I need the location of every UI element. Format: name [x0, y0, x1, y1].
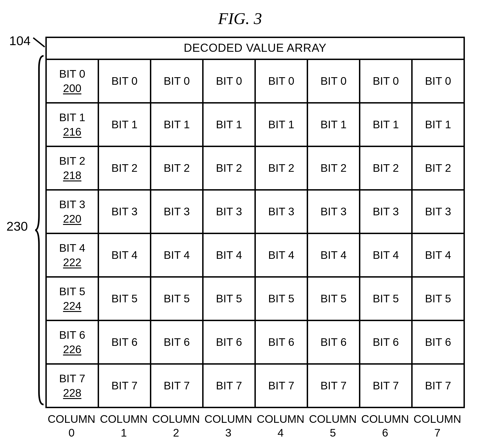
table-row: BIT 1216BIT 1BIT 1BIT 1BIT 1BIT 1BIT 1BI… — [46, 103, 464, 146]
array-cell: BIT 5 — [203, 277, 255, 320]
array-cell: BIT 0 — [203, 59, 255, 103]
bit-label: BIT 3 — [425, 205, 451, 218]
array-cell: BIT 2 — [98, 146, 151, 190]
bit-label: BIT 7 — [268, 379, 294, 392]
bit-label: BIT 2 — [373, 162, 399, 174]
bit-label: BIT 1 — [111, 118, 138, 131]
array-cell: BIT 6 — [412, 320, 464, 364]
array-cell: BIT 1 — [255, 103, 307, 146]
bit-label: BIT 4 — [268, 249, 294, 261]
array-cell: BIT 2218 — [46, 146, 98, 190]
array-cell: BIT 5224 — [46, 277, 98, 320]
array-cell: BIT 3 — [255, 190, 307, 233]
array-cell: BIT 3 — [412, 190, 464, 233]
column-label: COLUMN3 — [202, 412, 254, 440]
array-cell: BIT 2 — [151, 146, 203, 190]
array-cell: BIT 6 — [98, 320, 151, 364]
bit-label: BIT 2 — [425, 162, 451, 174]
bit-label: BIT 6 — [216, 336, 242, 348]
array-cell: BIT 2 — [203, 146, 255, 190]
column-label: COLUMN0 — [45, 412, 98, 440]
array-cell: BIT 3 — [151, 190, 203, 233]
cell-reference-number: 224 — [63, 300, 81, 312]
bit-label: BIT 3 — [59, 198, 85, 211]
array-cell: BIT 7 — [151, 364, 203, 407]
column-label-index: 1 — [98, 426, 150, 440]
column-label: COLUMN2 — [150, 412, 202, 440]
array-cell: BIT 7 — [98, 364, 151, 407]
bit-label: BIT 2 — [59, 155, 85, 167]
bit-label: BIT 0 — [320, 75, 346, 87]
bit-label: BIT 2 — [320, 162, 346, 174]
bit-label: BIT 7 — [425, 379, 451, 392]
bit-label: BIT 3 — [320, 205, 346, 218]
bit-label: BIT 4 — [111, 249, 138, 261]
cell-reference-number: 226 — [63, 343, 81, 356]
array-cell: BIT 2 — [255, 146, 307, 190]
figure-title: FIG. 3 — [0, 9, 480, 28]
array-cell: BIT 7 — [360, 364, 412, 407]
array-cell: BIT 7 — [412, 364, 464, 407]
array-cell: BIT 4 — [307, 233, 360, 277]
column-label-word: COLUMN — [254, 412, 307, 426]
array-cell: BIT 7228 — [46, 364, 98, 407]
array-cell: BIT 0 — [307, 59, 360, 103]
bit-label: BIT 5 — [216, 292, 242, 305]
array-cell: BIT 5 — [255, 277, 307, 320]
column-label: COLUMN5 — [307, 412, 359, 440]
array-cell: BIT 7 — [203, 364, 255, 407]
table-row: BIT 7228BIT 7BIT 7BIT 7BIT 7BIT 7BIT 7BI… — [46, 364, 464, 407]
bit-label: BIT 7 — [320, 379, 346, 392]
bit-label: BIT 5 — [373, 292, 399, 305]
bit-label: BIT 0 — [268, 75, 294, 87]
column-label-index: 2 — [150, 426, 202, 440]
bit-label: BIT 0 — [59, 68, 85, 80]
bit-label: BIT 7 — [164, 379, 190, 392]
bit-label: BIT 5 — [425, 292, 451, 305]
array-cell: BIT 6 — [255, 320, 307, 364]
bit-label: BIT 0 — [216, 75, 242, 87]
bit-label: BIT 3 — [268, 205, 294, 218]
column-label-index: 7 — [411, 426, 464, 440]
bit-label: BIT 0 — [373, 75, 399, 87]
bit-label: BIT 4 — [425, 249, 451, 261]
bit-label: BIT 0 — [425, 75, 451, 87]
array-cell: BIT 2 — [412, 146, 464, 190]
bit-label: BIT 6 — [425, 336, 451, 348]
array-cell: BIT 0200 — [46, 59, 98, 103]
bit-label: BIT 1 — [268, 118, 294, 131]
array-cell: BIT 5 — [360, 277, 412, 320]
column-label-word: COLUMN — [359, 412, 411, 426]
bit-label: BIT 5 — [59, 285, 85, 298]
bit-label: BIT 7 — [59, 372, 85, 385]
bit-label: BIT 5 — [164, 292, 190, 305]
array-cell: BIT 1216 — [46, 103, 98, 146]
array-cell: BIT 6226 — [46, 320, 98, 364]
bit-label: BIT 2 — [216, 162, 242, 174]
table-row: BIT 5224BIT 5BIT 5BIT 5BIT 5BIT 5BIT 5BI… — [46, 277, 464, 320]
array-cell: BIT 0 — [151, 59, 203, 103]
array-cell: BIT 0 — [412, 59, 464, 103]
bit-label: BIT 6 — [59, 329, 85, 341]
column-label-word: COLUMN — [150, 412, 202, 426]
column-label-word: COLUMN — [411, 412, 464, 426]
column-labels-row: COLUMN0COLUMN1COLUMN2COLUMN3COLUMN4COLUM… — [45, 412, 465, 440]
bit-label: BIT 2 — [164, 162, 190, 174]
bit-label: BIT 1 — [59, 111, 85, 124]
bit-label: BIT 3 — [111, 205, 138, 218]
array-cell: BIT 5 — [98, 277, 151, 320]
array-cell: BIT 4 — [255, 233, 307, 277]
bit-label: BIT 3 — [216, 205, 242, 218]
array-cell: BIT 1 — [151, 103, 203, 146]
column-label-index: 4 — [254, 426, 307, 440]
column-label-index: 3 — [202, 426, 254, 440]
bit-label: BIT 1 — [373, 118, 399, 131]
column-label-index: 0 — [45, 426, 98, 440]
array-cell: BIT 4 — [98, 233, 151, 277]
column-label-word: COLUMN — [45, 412, 98, 426]
bit-label: BIT 4 — [320, 249, 346, 261]
array-cell: BIT 5 — [412, 277, 464, 320]
table-row: BIT 6226BIT 6BIT 6BIT 6BIT 6BIT 6BIT 6BI… — [46, 320, 464, 364]
array-cell: BIT 7 — [307, 364, 360, 407]
bit-label: BIT 1 — [164, 118, 190, 131]
